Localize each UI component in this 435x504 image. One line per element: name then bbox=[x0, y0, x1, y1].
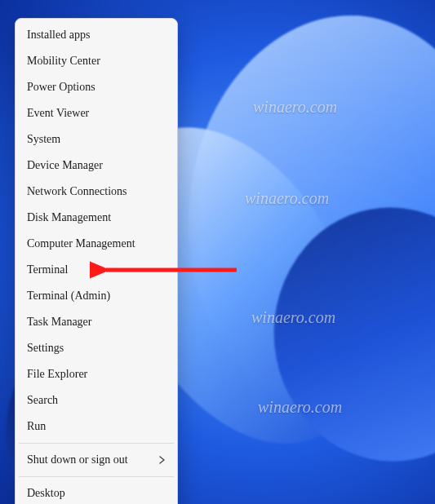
menu-item-label: Terminal bbox=[27, 263, 166, 276]
menu-separator bbox=[19, 443, 174, 444]
menu-item-shutdown-signout[interactable]: Shut down or sign out bbox=[16, 447, 177, 473]
chevron-right-icon bbox=[159, 456, 166, 464]
menu-item-label: Network Connections bbox=[27, 185, 166, 198]
menu-item-search[interactable]: Search bbox=[16, 387, 177, 413]
menu-item-label: File Explorer bbox=[27, 368, 166, 381]
winx-context-menu[interactable]: Installed appsMobility CenterPower Optio… bbox=[15, 18, 178, 504]
menu-item-label: Run bbox=[27, 420, 166, 433]
menu-item-settings[interactable]: Settings bbox=[16, 335, 177, 361]
menu-item-label: Desktop bbox=[27, 487, 166, 500]
menu-item-task-manager[interactable]: Task Manager bbox=[16, 309, 177, 335]
menu-item-label: Shut down or sign out bbox=[27, 453, 153, 466]
menu-item-label: Device Manager bbox=[27, 159, 166, 172]
menu-item-mobility-center[interactable]: Mobility Center bbox=[16, 48, 177, 74]
menu-item-system[interactable]: System bbox=[16, 126, 177, 153]
menu-item-label: Search bbox=[27, 394, 166, 407]
menu-item-disk-management[interactable]: Disk Management bbox=[16, 205, 177, 231]
menu-item-label: Computer Management bbox=[27, 237, 166, 250]
menu-item-label: Task Manager bbox=[27, 316, 166, 329]
menu-separator bbox=[19, 476, 174, 477]
menu-item-computer-management[interactable]: Computer Management bbox=[16, 231, 177, 257]
menu-item-desktop[interactable]: Desktop bbox=[16, 480, 177, 504]
desktop-wallpaper: winaero.com winaero.com winaero.com wina… bbox=[0, 0, 435, 504]
menu-item-label: Terminal (Admin) bbox=[27, 290, 166, 303]
menu-item-label: Mobility Center bbox=[27, 55, 166, 68]
menu-item-network-connections[interactable]: Network Connections bbox=[16, 179, 177, 205]
menu-item-run[interactable]: Run bbox=[16, 413, 177, 440]
menu-item-label: Settings bbox=[27, 342, 166, 355]
menu-item-device-manager[interactable]: Device Manager bbox=[16, 153, 177, 179]
menu-item-event-viewer[interactable]: Event Viewer bbox=[16, 100, 177, 126]
menu-item-label: Power Options bbox=[27, 81, 166, 94]
menu-item-label: Event Viewer bbox=[27, 107, 166, 120]
menu-item-terminal[interactable]: Terminal bbox=[16, 257, 177, 283]
menu-item-label: System bbox=[27, 133, 166, 146]
menu-item-label: Installed apps bbox=[27, 29, 166, 42]
menu-item-label: Disk Management bbox=[27, 211, 166, 224]
menu-item-file-explorer[interactable]: File Explorer bbox=[16, 361, 177, 387]
menu-item-installed-apps[interactable]: Installed apps bbox=[16, 22, 177, 48]
menu-item-terminal-admin[interactable]: Terminal (Admin) bbox=[16, 283, 177, 309]
menu-item-power-options[interactable]: Power Options bbox=[16, 74, 177, 100]
